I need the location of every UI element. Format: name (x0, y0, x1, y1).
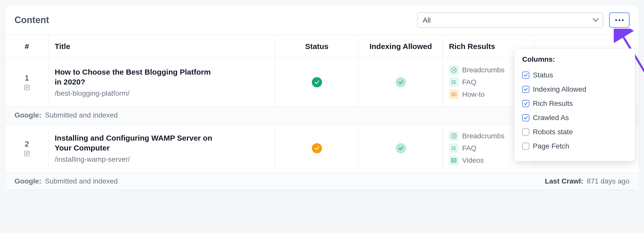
col-header-status: Status (275, 35, 359, 58)
column-toggle-label: Page Fetch (533, 142, 569, 150)
column-toggle[interactable]: Crawled As (522, 111, 627, 125)
filter-select-wrap: All (417, 12, 603, 28)
row-title[interactable]: Installing and Configuring WAMP Server o… (55, 133, 217, 153)
filter-select[interactable]: All (417, 12, 603, 28)
status-ok-icon (312, 77, 322, 87)
checkbox-checked-icon (522, 86, 529, 93)
checkbox-checked-icon (522, 100, 529, 107)
status-warning-icon (312, 143, 322, 153)
svg-point-6 (452, 80, 453, 81)
col-header-title: Title (49, 35, 275, 58)
status-cell (275, 58, 359, 106)
column-toggle-label: Crawled As (533, 114, 569, 122)
google-status-strip: Google: Submitted and indexed Last Crawl… (5, 173, 639, 190)
svg-point-10 (452, 83, 453, 84)
svg-point-13 (453, 94, 455, 95)
google-status-text: Submitted and indexed (45, 111, 118, 119)
rich-item-label: Videos (462, 156, 484, 164)
google-label: Google: (14, 177, 41, 185)
content-panel: Content All # Title Status Indexing Allo… (5, 5, 639, 190)
col-header-num: # (5, 35, 49, 58)
rich-item-label: Breadcrumbs (462, 66, 505, 74)
panel-header: Content All (5, 5, 639, 35)
popover-title: Columns: (522, 55, 627, 63)
title-cell: Installing and Configuring WAMP Server o… (49, 124, 275, 172)
checkbox-unchecked-icon (522, 128, 529, 136)
checkbox-checked-icon (522, 114, 529, 121)
svg-point-25 (452, 149, 453, 150)
indexing-cell (359, 58, 443, 106)
last-crawl-value: 871 days ago (587, 177, 630, 185)
row-number-cell: 2 (5, 124, 49, 172)
svg-point-21 (452, 146, 453, 147)
indexing-cell (359, 124, 443, 172)
column-toggle-label: Robots state (533, 128, 573, 136)
header-controls: All (417, 12, 630, 28)
row-title[interactable]: How to Choose the Best Blogging Platform… (55, 67, 217, 87)
column-toggle[interactable]: Robots state (522, 125, 627, 139)
google-status: Google: Submitted and indexed (14, 111, 118, 119)
howto-icon (449, 90, 459, 99)
column-toggle-label: Status (533, 71, 553, 79)
indexing-ok-icon (396, 143, 406, 153)
indexing-ok-icon (396, 77, 406, 87)
row-path: /installing-wamp-server/ (55, 155, 269, 163)
panel-title: Content (14, 15, 49, 25)
col-header-indexing: Indexing Allowed (359, 35, 443, 58)
ellipsis-icon (615, 19, 617, 21)
svg-rect-12 (451, 93, 456, 96)
more-options-button[interactable] (609, 12, 630, 28)
row-number: 1 (25, 74, 29, 82)
checkbox-unchecked-icon (522, 143, 529, 150)
rich-item-label: FAQ (462, 144, 476, 152)
column-toggle[interactable]: Rich Results (522, 96, 627, 111)
status-cell (275, 124, 359, 172)
columns-popover: Columns: StatusIndexing AllowedRich Resu… (514, 48, 635, 161)
last-crawl-label: Last Crawl: (545, 177, 583, 185)
checkbox-checked-icon (522, 72, 529, 79)
breadcrumb-icon (449, 65, 459, 75)
row-path: /best-blogging-platform/ (55, 89, 269, 97)
faq-icon (449, 77, 459, 87)
column-toggle-label: Rich Results (533, 99, 573, 108)
breadcrumb-icon (449, 131, 459, 141)
google-label: Google: (14, 111, 41, 119)
svg-point-8 (452, 82, 453, 83)
videos-icon (449, 156, 459, 165)
rich-item-label: Breadcrumbs (462, 132, 505, 140)
page-icon (24, 84, 30, 91)
faq-icon (449, 143, 459, 153)
rich-item-label: FAQ (462, 78, 476, 86)
column-toggle[interactable]: Indexing Allowed (522, 82, 627, 96)
google-status-text: Submitted and indexed (45, 177, 118, 185)
row-number: 2 (25, 140, 29, 148)
column-toggle[interactable]: Page Fetch (522, 139, 627, 153)
rich-item-label: How-to (462, 90, 485, 98)
title-cell: How to Choose the Best Blogging Platform… (49, 58, 275, 106)
svg-point-23 (452, 148, 453, 149)
last-crawl: Last Crawl: 871 days ago (545, 177, 630, 185)
column-toggle-label: Indexing Allowed (533, 85, 586, 93)
page-icon (24, 150, 30, 157)
column-toggle[interactable]: Status (522, 68, 627, 82)
google-status: Google: Submitted and indexed (14, 177, 118, 185)
row-number-cell: 1 (5, 58, 49, 106)
